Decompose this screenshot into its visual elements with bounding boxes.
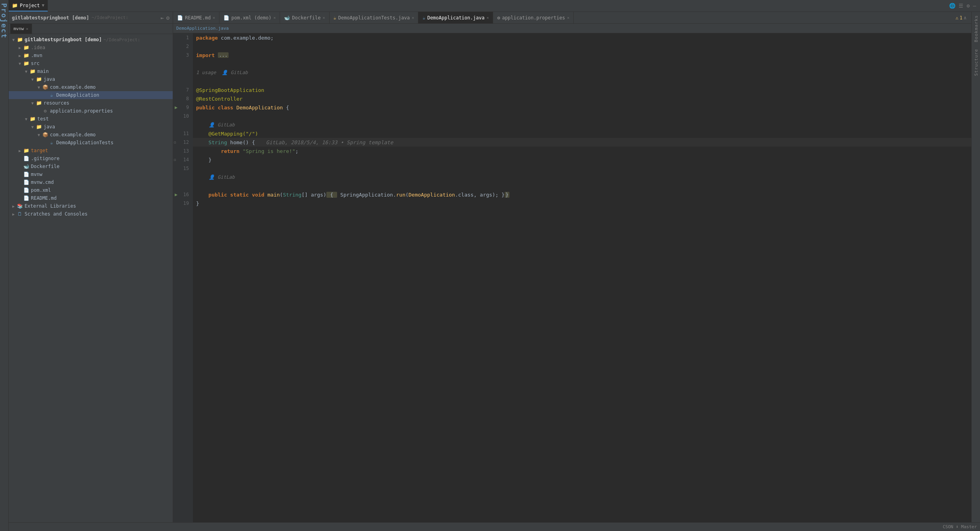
dockerfile-close[interactable]: ✕ [323, 15, 325, 20]
mvnw-tab[interactable]: mvnw ✕ [10, 24, 32, 34]
git-blame-home: GitLab, 2018/5/4, 16:33 • Spring templat… [263, 139, 393, 145]
globe-icon[interactable]: 🌐 [949, 3, 955, 9]
tree-item-demoapplication[interactable]: ☕ DemoApplication [9, 91, 173, 99]
run-btn-9[interactable]: ▶ [175, 105, 177, 110]
pomxml-close[interactable]: ✕ [273, 15, 276, 20]
tree-item-package-test[interactable]: ▼ 📦 com.example.demo [9, 131, 173, 139]
tree-item-main[interactable]: ▼ 📁 main [9, 67, 173, 75]
demotests-close[interactable]: ✕ [412, 15, 414, 20]
toggle-test[interactable]: ▼ [23, 116, 29, 122]
main-args: [] args) [301, 192, 326, 198]
tree-item-gitignore[interactable]: 📄 .gitignore [9, 155, 173, 162]
gutter-2: 2 [173, 42, 193, 51]
fold-btn-12[interactable]: ◻ [174, 140, 176, 144]
left-sidebar: Project [0, 0, 9, 531]
tree-item-mvnw[interactable]: 📄 mvnw [9, 170, 173, 178]
appprops-close[interactable]: ✕ [567, 15, 569, 20]
toggle-java-main[interactable]: ▼ [29, 76, 36, 82]
tree-item-pomxml[interactable]: 📄 pom.xml [9, 186, 173, 194]
label-dockerfile: Dockerfile [31, 164, 59, 169]
tree-item-mvnwcmd[interactable]: 📄 mvnw.cmd [9, 178, 173, 186]
toggle-main[interactable]: ▼ [23, 68, 29, 74]
tree-item-root[interactable]: ▼ 📁 gitlabtestspringboot [demo] ~/IdeaPr… [9, 36, 173, 44]
toggle-mvn[interactable]: ▶ [17, 52, 23, 59]
toggle-root[interactable]: ▼ [10, 36, 17, 43]
gutter-10: 10 [173, 112, 193, 120]
tree-item-src[interactable]: ▼ 📁 src [9, 59, 173, 67]
import-collapsed[interactable]: ... [218, 52, 229, 58]
dropdown-icon[interactable]: ▼ [42, 3, 45, 8]
tab-demoapplication[interactable]: ☕ DemoApplication.java ✕ [418, 12, 493, 23]
method-home: home() { [227, 139, 255, 145]
fold-btn-14[interactable]: ◻ [174, 158, 176, 162]
project-icon[interactable]: Project [0, 2, 9, 40]
label-resources: resources [44, 100, 69, 106]
file-icon-dockerfile: 🐋 [23, 163, 29, 170]
code-line-1: package com.example.demo; [193, 33, 971, 42]
bookmarks-tab[interactable]: Bookmarks [972, 12, 980, 46]
tree-item-demotests[interactable]: ☕ DemoApplicationTests [9, 139, 173, 147]
tree-item-appprops[interactable]: ⚙ application.properties [9, 107, 173, 115]
code-line-2 [193, 42, 971, 51]
spring-app-run: SpringApplication. [337, 192, 396, 198]
run-args-open: ( [405, 192, 408, 198]
structure-tab[interactable]: Structure [972, 46, 980, 79]
toggle-src[interactable]: ▼ [17, 60, 23, 67]
import-ellipsis [215, 52, 218, 58]
menu-icon[interactable]: ☰ [959, 3, 963, 9]
tab-demotests[interactable]: ☕ DemoApplicationTests.java ✕ [330, 12, 419, 23]
mvnw-close[interactable]: ✕ [26, 27, 29, 31]
toggle-resources[interactable]: ▼ [29, 100, 36, 106]
tab-pomxml[interactable]: 📄 pom.xml (demo) ✕ [219, 12, 280, 23]
tree-item-mvn[interactable]: ▶ 📁 .mvn [9, 52, 173, 59]
demoapplication-close[interactable]: ✕ [486, 15, 489, 20]
warning-icon: ⚠ [955, 15, 958, 21]
toggle-idea[interactable]: ▶ [17, 44, 23, 51]
toggle-package-test[interactable]: ▼ [36, 132, 42, 138]
tree-item-idea[interactable]: ▶ 📁 .idea [9, 44, 173, 52]
file-icon-readme: 📄 [23, 195, 29, 201]
tab-dockerfile[interactable]: 🐋 Dockerfile ✕ [280, 12, 329, 23]
toggle-target[interactable]: ▶ [17, 147, 23, 154]
toggle-scratches[interactable]: ▶ [10, 211, 17, 217]
toggle-java-test[interactable]: ▼ [29, 124, 36, 130]
tree-item-extlibs[interactable]: ▶ 📚 External Libraries [9, 202, 173, 210]
gutter-6 [173, 77, 193, 86]
readme-close[interactable]: ✕ [213, 15, 215, 20]
tab-readme[interactable]: 📄 README.md ✕ [173, 12, 219, 23]
file-icon-mvnw: 📄 [23, 171, 29, 178]
collapse-icon[interactable]: ⇤ [160, 15, 164, 21]
breadcrumb: DemoApplication.java [173, 24, 971, 33]
pomxml-label: pom.xml (demo) [231, 15, 271, 21]
tree-item-java-test[interactable]: ▼ 📁 java [9, 123, 173, 131]
tree-item-dockerfile[interactable]: 🐋 Dockerfile [9, 162, 173, 170]
tree-item-resources[interactable]: ▼ 📁 resources [9, 99, 173, 107]
settings-icon[interactable]: ⚙ [967, 3, 970, 9]
code-line-5: 1 usage 👤 GitLab [193, 68, 971, 77]
demotests-icon: ☕ [334, 15, 336, 21]
label-demoapplication: DemoApplication [56, 92, 99, 98]
tree-item-scratches[interactable]: ▶ 🗒 Scratches and Consoles [9, 210, 173, 218]
tree-item-test[interactable]: ▼ 📁 test [9, 115, 173, 123]
settings-tree-icon[interactable]: ⚙ [166, 15, 170, 21]
gutter-8: 8 [173, 94, 193, 103]
editor-content[interactable]: 1 2 3 7 8 ▶ 9 10 11 [173, 33, 971, 522]
gutter-14: 13 [173, 147, 193, 155]
tree-item-package-main[interactable]: ▼ 📦 com.example.demo [9, 83, 173, 91]
highlighted-end-brace: } [505, 192, 509, 198]
tree-item-java-main[interactable]: ▼ 📁 java [9, 75, 173, 83]
tree-item-target[interactable]: ▶ 📁 target [9, 147, 173, 155]
run-btn-16[interactable]: ▶ [175, 192, 177, 197]
appprops-label: application.properties [502, 15, 565, 21]
editor-area: 📄 README.md ✕ 📄 pom.xml (demo) ✕ 🐋 Docke… [173, 12, 971, 522]
tree-item-readme[interactable]: 📄 README.md [9, 194, 173, 202]
project-tab[interactable]: 📁 Project ▼ [9, 0, 48, 11]
tab-appprops[interactable]: ⚙ application.properties ✕ [493, 12, 574, 23]
warning-chevron[interactable]: ∧ [964, 15, 967, 21]
minus-icon[interactable]: — [973, 3, 976, 9]
toggle-extlibs[interactable]: ▶ [10, 203, 17, 209]
warning-badge[interactable]: ⚠ 1 ∧ [955, 15, 971, 21]
run-class: .class, args); } [455, 192, 505, 198]
toggle-package-main[interactable]: ▼ [36, 84, 42, 90]
library-icon: 📚 [17, 203, 23, 209]
